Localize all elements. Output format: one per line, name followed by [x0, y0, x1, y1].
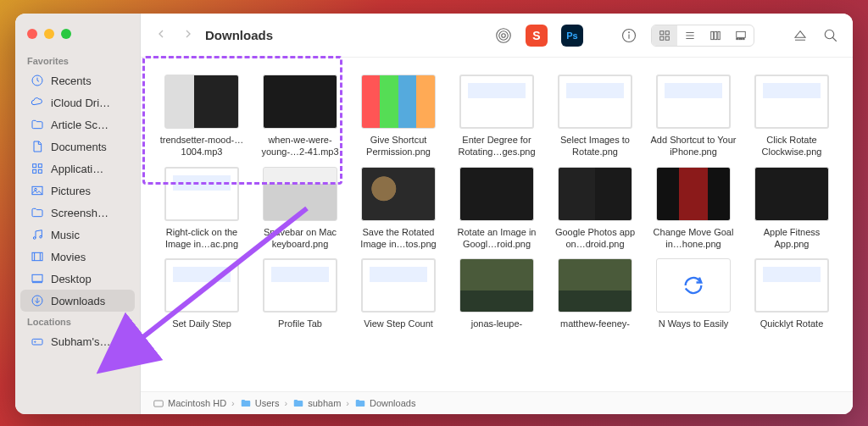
- file-item[interactable]: Google Photos app on…droid.png: [549, 167, 641, 251]
- file-item[interactable]: jonas-leupe-: [451, 258, 542, 329]
- back-button[interactable]: [154, 27, 168, 44]
- file-name: N Ways to Easily: [659, 318, 729, 329]
- svg-rect-24: [660, 30, 664, 34]
- file-item[interactable]: Save the Rotated Image in…tos.png: [353, 167, 444, 251]
- sidebar-item-subhams[interactable]: Subham's…: [20, 330, 135, 352]
- path-segment[interactable]: Macintosh HD: [153, 397, 226, 409]
- svg-point-17: [35, 341, 36, 342]
- path-segment[interactable]: Users: [240, 397, 280, 409]
- sidebar-item-desktop[interactable]: Desktop: [20, 268, 135, 290]
- file-item[interactable]: Profile Tab: [254, 258, 346, 329]
- sidebar-item-downloads[interactable]: Downloads: [20, 290, 135, 312]
- sidebar-item-label: Documents: [51, 141, 107, 153]
- svg-line-41: [832, 37, 837, 41]
- view-mode-group: [651, 25, 754, 47]
- file-item[interactable]: Enter Degree for Rotating…ges.png: [451, 75, 542, 158]
- sidebar-item-articlesc[interactable]: Article Sc…: [20, 113, 135, 136]
- picture-icon: [31, 184, 44, 197]
- file-name: Give Shortcut Permission.png: [354, 134, 442, 158]
- file-thumbnail: [558, 167, 632, 221]
- file-name: View Step Count: [364, 318, 433, 329]
- finder-window: FavoritesRecentsiCloud Dri…Article Sc…Do…: [15, 14, 853, 414]
- sidebar-item-recents[interactable]: Recents: [20, 69, 135, 91]
- sidebar-item-label: Movies: [51, 251, 86, 263]
- sidebar-item-movies[interactable]: Movies: [20, 246, 135, 268]
- icon-view-button[interactable]: [652, 25, 677, 46]
- sidebar-item-label: Subham's…: [51, 335, 110, 348]
- file-thumbnail: [459, 258, 534, 313]
- file-content-area[interactable]: trendsetter-mood-…1004.mp3when-we-were-y…: [141, 58, 853, 391]
- file-name: Enter Degree for Rotating…ges.png: [453, 134, 541, 158]
- sidebar-item-iclouddri[interactable]: iCloud Dri…: [20, 91, 135, 113]
- svg-rect-1: [33, 164, 36, 168]
- file-item[interactable]: Change Move Goal in…hone.png: [648, 167, 739, 251]
- file-name: Profile Tab: [278, 318, 322, 329]
- file-item[interactable]: Select Images to Rotate.png: [549, 75, 641, 158]
- file-thumbnail: [558, 75, 632, 129]
- svg-marker-38: [795, 30, 805, 37]
- file-item[interactable]: Spavebar on Mac keyboard.png: [254, 167, 346, 251]
- sidebar-item-documents[interactable]: Documents: [20, 136, 135, 158]
- file-item[interactable]: Apple Fitness App.png: [746, 167, 837, 251]
- file-item[interactable]: Give Shortcut Permission.png: [353, 75, 444, 158]
- info-button[interactable]: [620, 27, 637, 44]
- app-icon-s[interactable]: S: [526, 25, 548, 47]
- file-name: Click Rotate Clockwise.png: [748, 134, 836, 158]
- document-icon: [31, 140, 44, 153]
- file-item[interactable]: N Ways to Easily: [648, 258, 739, 329]
- file-name: Rotate an Image in Googl…roid.png: [453, 226, 541, 251]
- maximize-button[interactable]: [61, 29, 71, 39]
- file-item[interactable]: Quicklyt Rotate: [746, 258, 837, 329]
- file-thumbnail: [361, 167, 436, 221]
- sidebar-item-applicati[interactable]: Applicati…: [20, 158, 135, 180]
- window-title: Downloads: [205, 28, 273, 42]
- path-bar[interactable]: Macintosh HD›Users›subham›Downloads: [141, 391, 853, 414]
- forward-button[interactable]: [181, 27, 195, 44]
- svg-rect-31: [711, 31, 714, 39]
- svg-rect-3: [33, 169, 36, 173]
- file-item[interactable]: matthew-feeney-: [549, 258, 641, 329]
- file-thumbnail: [656, 258, 731, 313]
- file-thumbnail: [361, 258, 436, 313]
- search-button[interactable]: [822, 27, 839, 44]
- gallery-view-button[interactable]: [728, 25, 754, 46]
- file-item[interactable]: trendsetter-mood-…1004.mp3: [156, 75, 248, 158]
- file-item[interactable]: when-we-were-young-…2-41.mp3: [254, 75, 346, 158]
- close-button[interactable]: [27, 29, 37, 39]
- file-item[interactable]: Click Rotate Clockwise.png: [746, 75, 837, 158]
- file-thumbnail: [164, 75, 239, 129]
- cloud-icon: [31, 96, 44, 109]
- file-thumbnail: [459, 75, 534, 129]
- eject-button[interactable]: [792, 27, 809, 44]
- file-name: jonas-leupe-: [471, 318, 523, 329]
- svg-rect-36: [739, 38, 741, 39]
- path-segment[interactable]: subham: [292, 397, 341, 409]
- file-name: Set Daily Step: [172, 318, 231, 329]
- file-name: when-we-were-young-…2-41.mp3: [256, 134, 344, 158]
- airdrop-icon[interactable]: [495, 27, 512, 44]
- sidebar-item-label: Recents: [51, 75, 92, 87]
- svg-rect-27: [665, 36, 669, 40]
- desktop-icon: [31, 272, 44, 285]
- movie-icon: [31, 250, 44, 263]
- svg-rect-4: [38, 169, 42, 173]
- file-thumbnail: [754, 167, 829, 221]
- sidebar-item-screensh[interactable]: Screensh…: [20, 202, 135, 224]
- drive-icon: [31, 335, 44, 348]
- file-item[interactable]: Set Daily Step: [156, 258, 248, 329]
- file-thumbnail: [164, 167, 239, 221]
- sidebar-item-pictures[interactable]: Pictures: [20, 180, 135, 202]
- minimize-button[interactable]: [44, 29, 54, 39]
- list-view-button[interactable]: [677, 25, 703, 46]
- column-view-button[interactable]: [703, 25, 728, 46]
- file-item[interactable]: View Step Count: [353, 258, 444, 329]
- sidebar-item-music[interactable]: Music: [20, 224, 135, 246]
- app-icon-photoshop[interactable]: Ps: [561, 25, 583, 47]
- file-name: Select Images to Rotate.png: [551, 134, 639, 158]
- svg-rect-26: [660, 36, 664, 40]
- file-item[interactable]: Rotate an Image in Googl…roid.png: [451, 167, 542, 251]
- file-item[interactable]: Add Shortcut to Your iPhone.png: [648, 75, 739, 158]
- file-item[interactable]: Right-click on the Image in…ac.png: [156, 167, 248, 251]
- svg-rect-32: [715, 31, 717, 39]
- path-segment[interactable]: Downloads: [354, 397, 415, 409]
